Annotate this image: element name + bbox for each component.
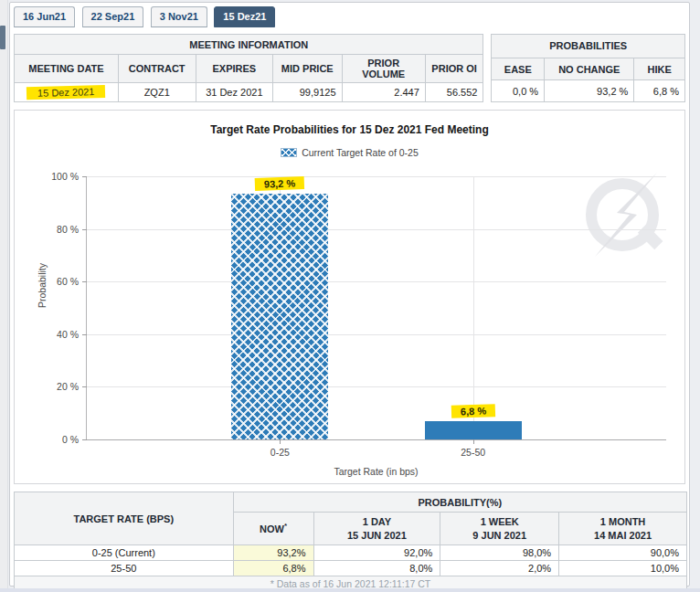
col-1-month: 1 MONTH14 MAI 2021: [559, 513, 687, 545]
now-cell: 93,2%: [233, 545, 313, 561]
day-cell: 8,0%: [313, 561, 440, 576]
meeting-information-table: MEETING INFORMATION MEETING DATE CONTRAC…: [14, 34, 483, 102]
hike-cell: 6,8 %: [634, 80, 685, 102]
gridline: [87, 229, 666, 230]
day-cell: 92,0%: [313, 545, 440, 561]
no-change-cell: 93,2 %: [545, 80, 634, 102]
bar-value-label: 6,8 %: [451, 404, 495, 418]
col-now: NOW*: [233, 513, 313, 545]
gridline: [87, 176, 666, 177]
x-axis-label: Target Rate (in bps): [86, 466, 666, 477]
now-cell: 6,8%: [233, 561, 313, 576]
history-table-wrap: TARGET RATE (BPS) PROBABILITY(%) NOW* 1 …: [14, 492, 685, 592]
week-cell: 98,0%: [440, 545, 559, 561]
table-row: 0,0 % 93,2 % 6,8 %: [492, 80, 685, 102]
col-contract: CONTRACT: [118, 55, 196, 83]
mid-price-cell: 99,9125: [273, 83, 342, 102]
x-tick-mark: [473, 439, 474, 444]
col-line1: 1 WEEK: [448, 515, 551, 529]
page-bottom-edge: [0, 588, 700, 592]
col-no-change: NO CHANGE: [545, 58, 634, 80]
ease-cell: 0,0 %: [492, 80, 545, 102]
chart-title: Target Rate Probabilities for 15 Dez 202…: [15, 123, 684, 136]
left-scrollbar-track[interactable]: [0, 0, 8, 592]
col-line1: 1 DAY: [322, 515, 433, 529]
left-scrollbar-thumb[interactable]: [0, 26, 5, 49]
col-line2: 9 JUN 2021: [448, 529, 551, 543]
col-prior-volume: PRIOR VOLUME: [342, 55, 425, 83]
tab-22-sep21[interactable]: 22 Sep21: [82, 6, 144, 27]
x-tick-label: 25-50: [461, 447, 485, 458]
rate-cell: 25-50: [15, 561, 234, 576]
legend-label: Current Target Rate of 0-25: [302, 147, 419, 158]
gridline: [87, 386, 666, 387]
col-ease: EASE: [492, 58, 545, 80]
bar-0-25[interactable]: [231, 194, 328, 439]
tab-16-jun21[interactable]: 16 Jun21: [14, 6, 75, 27]
bar-slot-25-50: 6,8 %: [425, 176, 522, 439]
tab-3-nov21[interactable]: 3 Nov21: [151, 6, 207, 27]
bar-value-label: 93,2 %: [255, 176, 305, 191]
expires-cell: 31 Dez 2021: [196, 83, 272, 102]
now-asterisk: *: [284, 522, 287, 530]
probability-history-table: TARGET RATE (BPS) PROBABILITY(%) NOW* 1 …: [14, 492, 687, 592]
col-target-rate-bps: TARGET RATE (BPS): [15, 492, 234, 545]
week-cell: 2,0%: [440, 561, 559, 576]
gridline: [87, 281, 666, 282]
plot-area: 0 % 20 % 40 % 60 % 80 % 100 % 93,2 % 6,8…: [86, 176, 666, 440]
chart-legend: Current Target Rate of 0-25: [15, 147, 684, 158]
probabilities-title: PROBABILITIES: [492, 35, 685, 58]
col-hike: HIKE: [634, 58, 685, 80]
col-meeting-date: MEETING DATE: [15, 55, 119, 83]
y-tick-mark: [82, 281, 87, 282]
meeting-info-title: MEETING INFORMATION: [15, 35, 483, 55]
y-tick-mark: [82, 386, 87, 387]
col-1-day: 1 DAY15 JUN 2021: [313, 513, 440, 545]
y-tick-label: 100 %: [51, 171, 79, 182]
probability-group-header: PROBABILITY(%): [233, 492, 686, 513]
x-tick-label: 0-25: [270, 447, 290, 458]
contract-cell: ZQZ1: [118, 83, 196, 102]
prior-oi-cell: 56.552: [425, 83, 483, 102]
prior-volume-cell: 2.447: [342, 83, 425, 102]
meeting-tabbar: 16 Jun21 22 Sep21 3 Nov21 15 Dez21: [10, 3, 689, 28]
col-1-week: 1 WEEK9 JUN 2021: [440, 513, 559, 545]
table-row: 15 Dez 2021 ZQZ1 31 Dez 2021 99,9125 2.4…: [15, 83, 483, 102]
month-cell: 90,0%: [559, 545, 687, 561]
x-tick-mark: [280, 439, 281, 444]
bar-25-50[interactable]: [425, 421, 522, 439]
col-line2: 15 JUN 2021: [322, 529, 433, 543]
y-axis-label: Probability: [37, 263, 48, 308]
target-rate-chart: Target Rate Probabilities for 15 Dez 202…: [14, 110, 685, 484]
y-tick-label: 40 %: [57, 329, 79, 340]
legend-crosshatch-swatch: [281, 148, 297, 157]
y-tick-label: 0 %: [62, 434, 79, 445]
tab-15-dez21[interactable]: 15 Dez21: [214, 6, 275, 27]
col-mid-price: MID PRICE: [273, 55, 342, 83]
y-tick-label: 20 %: [57, 381, 79, 392]
col-prior-oi: PRIOR OI: [425, 55, 483, 83]
y-tick-label: 60 %: [57, 276, 79, 287]
table-row: 0-25 (Current) 93,2% 92,0% 98,0% 90,0%: [15, 545, 687, 561]
now-label: NOW: [260, 523, 284, 534]
col-line2: 14 MAI 2021: [567, 529, 679, 543]
month-cell: 10,0%: [559, 561, 687, 576]
y-tick-mark: [82, 176, 87, 177]
col-expires: EXPIRES: [196, 55, 272, 83]
rate-cell: 0-25 (Current): [15, 545, 234, 561]
meeting-date-highlight: 15 Dez 2021: [27, 85, 106, 100]
meeting-date-cell: 15 Dez 2021: [15, 83, 119, 102]
bar-slot-0-25: 93,2 %: [231, 176, 328, 439]
gridline: [87, 334, 666, 335]
y-tick-mark: [82, 229, 87, 230]
y-tick-label: 80 %: [57, 224, 79, 235]
y-tick-mark: [82, 439, 87, 440]
col-line1: 1 MONTH: [567, 515, 679, 529]
y-tick-mark: [82, 334, 87, 335]
info-tables-row: MEETING INFORMATION MEETING DATE CONTRAC…: [14, 34, 685, 102]
table-row: 25-50 6,8% 8,0% 2,0% 10,0%: [15, 561, 687, 576]
fedwatch-panel: 16 Jun21 22 Sep21 3 Nov21 15 Dez21 MEETI…: [9, 2, 690, 587]
probabilities-table: PROBABILITIES EASE NO CHANGE HIKE 0,0 % …: [491, 34, 685, 102]
